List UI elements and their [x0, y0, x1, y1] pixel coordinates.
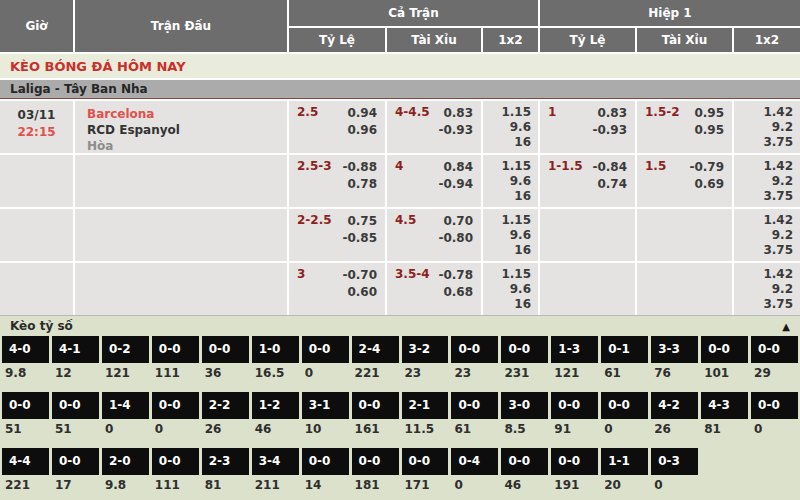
h1-handicap-cell[interactable]: 1-1.5-0.840.74	[540, 155, 635, 207]
score-odds[interactable]: 26	[651, 419, 698, 448]
odds-value[interactable]: 1.42	[734, 159, 793, 174]
odds-value[interactable]: -0.80	[438, 230, 473, 247]
score-odds[interactable]: 81	[701, 419, 748, 448]
odds-value[interactable]: 16	[483, 189, 531, 204]
score-odds[interactable]: 121	[551, 363, 598, 392]
score-odds[interactable]: 81	[202, 475, 249, 500]
score-odds[interactable]: 211	[252, 475, 299, 500]
odds-value[interactable]: 9.2	[734, 282, 793, 297]
score-odds[interactable]: 0	[102, 419, 149, 448]
score-odds[interactable]: 12	[52, 363, 99, 392]
odds-value[interactable]: 0.78	[342, 176, 377, 193]
ft-over-under-cell[interactable]: 40.84-0.94	[387, 155, 481, 207]
score-odds[interactable]: 0	[152, 419, 199, 448]
odds-value[interactable]: 9.6	[483, 282, 531, 297]
ft-handicap-cell[interactable]: 2.5-3-0.880.78	[289, 155, 385, 207]
score-odds[interactable]: 221	[2, 475, 49, 500]
h1-1x2-cell[interactable]: 1.429.23.75	[734, 263, 800, 315]
odds-value[interactable]: 0.84	[438, 159, 473, 176]
score-odds[interactable]: 51	[2, 419, 49, 448]
ft-1x2-cell[interactable]: 1.159.616	[483, 263, 538, 315]
h1-over-under-cell[interactable]: 1.5-0.790.69	[637, 155, 732, 207]
h1-handicap-cell[interactable]: 10.83-0.93	[540, 101, 635, 153]
odds-value[interactable]: 9.2	[734, 120, 793, 135]
odds-value[interactable]: -0.79	[689, 159, 724, 176]
ft-1x2-cell[interactable]: 1.159.616	[483, 155, 538, 207]
ft-handicap-cell[interactable]: 2.50.940.96	[289, 101, 385, 153]
odds-value[interactable]: 0.94	[347, 105, 377, 122]
odds-value[interactable]: 1.15	[483, 159, 531, 174]
ft-handicap-cell[interactable]: 2-2.50.75-0.85	[289, 209, 385, 261]
odds-value[interactable]: 3.75	[734, 189, 793, 204]
score-odds[interactable]: 11.5	[402, 419, 449, 448]
score-odds[interactable]: 181	[352, 475, 399, 500]
odds-value[interactable]: 16	[483, 297, 531, 312]
score-odds[interactable]: 26	[202, 419, 249, 448]
score-odds[interactable]: 111	[152, 363, 199, 392]
odds-value[interactable]: -0.85	[342, 230, 377, 247]
odds-value[interactable]: 0.83	[592, 105, 627, 122]
score-odds[interactable]: 101	[701, 363, 748, 392]
score-odds[interactable]: 23	[402, 363, 449, 392]
odds-value[interactable]: -0.70	[342, 267, 377, 284]
score-odds[interactable]: 9.8	[2, 363, 49, 392]
odds-value[interactable]: 3.75	[734, 135, 793, 150]
odds-value[interactable]: 9.6	[483, 174, 531, 189]
ft-over-under-cell[interactable]: 3.5-4-0.780.68	[387, 263, 481, 315]
odds-value[interactable]: -0.93	[438, 122, 473, 139]
score-odds[interactable]: 0	[651, 475, 698, 500]
odds-value[interactable]: 0.95	[694, 122, 724, 139]
score-odds[interactable]: 76	[651, 363, 698, 392]
score-odds[interactable]: 9.8	[102, 475, 149, 500]
score-odds[interactable]: 161	[352, 419, 399, 448]
score-odds[interactable]: 221	[352, 363, 399, 392]
odds-value[interactable]: 1.15	[483, 213, 531, 228]
ft-handicap-cell[interactable]: 3-0.700.60	[289, 263, 385, 315]
score-odds[interactable]: 46	[501, 475, 548, 500]
score-odds[interactable]: 191	[551, 475, 598, 500]
score-odds[interactable]: 111	[152, 475, 199, 500]
h1-1x2-cell[interactable]: 1.429.23.75	[734, 155, 800, 207]
score-odds[interactable]: 61	[451, 419, 498, 448]
score-odds[interactable]: 0	[601, 419, 648, 448]
team-home[interactable]: Barcelona	[87, 106, 287, 122]
collapse-arrow-icon[interactable]: ▲	[782, 321, 790, 332]
score-odds[interactable]: 29	[751, 363, 798, 392]
odds-value[interactable]: 9.6	[483, 120, 531, 135]
odds-value[interactable]: 16	[483, 135, 531, 150]
ft-1x2-cell[interactable]: 1.159.616	[483, 209, 538, 261]
ft-1x2-cell[interactable]: 1.159.616	[483, 101, 538, 153]
score-odds[interactable]: 0	[451, 475, 498, 500]
odds-value[interactable]: 1.42	[734, 105, 793, 120]
score-odds[interactable]: 16.5	[252, 363, 299, 392]
odds-value[interactable]: 0.83	[438, 105, 473, 122]
odds-value[interactable]: 0.70	[438, 213, 473, 230]
odds-value[interactable]: 0.60	[342, 284, 377, 301]
odds-value[interactable]: -0.84	[592, 159, 627, 176]
score-odds[interactable]: 171	[402, 475, 449, 500]
score-odds[interactable]: 17	[52, 475, 99, 500]
score-odds[interactable]: 121	[102, 363, 149, 392]
odds-value[interactable]: 1.15	[483, 105, 531, 120]
score-odds[interactable]: 231	[501, 363, 548, 392]
odds-value[interactable]: 9.2	[734, 174, 793, 189]
h1-over-under-cell[interactable]: 1.5-20.950.95	[637, 101, 732, 153]
score-odds[interactable]: 14	[302, 475, 349, 500]
team-away[interactable]: RCD Espanyol	[87, 122, 287, 138]
score-odds[interactable]: 36	[202, 363, 249, 392]
odds-value[interactable]: 0.68	[438, 284, 473, 301]
odds-value[interactable]: -0.88	[342, 159, 377, 176]
score-odds[interactable]: 23	[451, 363, 498, 392]
odds-value[interactable]: 0.96	[347, 122, 377, 139]
odds-value[interactable]: 1.42	[734, 267, 793, 282]
h1-1x2-cell[interactable]: 1.429.23.75	[734, 209, 800, 261]
odds-value[interactable]: 0.95	[694, 105, 724, 122]
odds-value[interactable]: -0.78	[438, 267, 473, 284]
score-odds[interactable]: 0	[302, 363, 349, 392]
odds-value[interactable]: 9.6	[483, 228, 531, 243]
odds-value[interactable]: -0.93	[592, 122, 627, 139]
odds-value[interactable]: 0.69	[689, 176, 724, 193]
score-odds[interactable]: 10	[302, 419, 349, 448]
score-odds[interactable]: 61	[601, 363, 648, 392]
odds-value[interactable]: 3.75	[734, 243, 793, 258]
